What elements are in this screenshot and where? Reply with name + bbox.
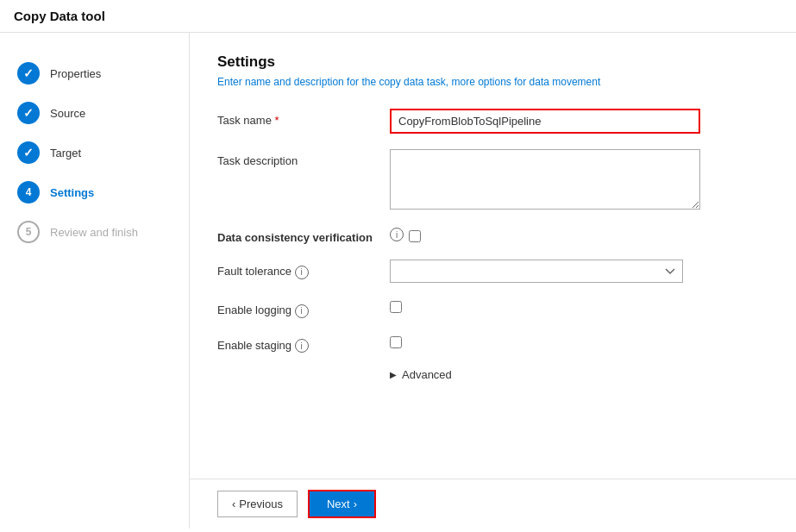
enable-staging-control [390,334,768,351]
fault-tolerance-row: Fault tolerance i None Skip incompatible… [217,260,768,283]
task-name-label: Task name * [217,109,390,127]
title-bar: Copy Data tool [0,0,796,33]
fault-tolerance-info-icon[interactable]: i [295,266,309,279]
enable-staging-label: Enable staging i [217,334,390,354]
enable-staging-row: Enable staging i [217,334,768,354]
fault-tolerance-control: None Skip incompatible row [390,260,768,283]
enable-logging-control [390,298,768,316]
next-button-label: Next [327,498,350,510]
enable-staging-checkbox[interactable] [390,336,402,348]
step-circle-properties: ✓ [17,62,40,84]
previous-arrow-icon: ‹ [232,498,235,510]
task-description-label: Task description [217,149,390,167]
enable-logging-row: Enable logging i [217,298,768,318]
app-title: Copy Data tool [14,9,105,23]
sidebar-item-source[interactable]: ✓ Source [0,93,189,133]
fault-tolerance-label: Fault tolerance i [217,260,390,279]
data-consistency-checkbox[interactable] [409,230,421,242]
sidebar-item-settings[interactable]: 4 Settings [0,172,189,212]
enable-staging-info-icon[interactable]: i [295,339,309,353]
task-description-control [390,149,768,212]
step-number-settings: 4 [26,186,32,198]
advanced-label: Advanced [402,368,452,381]
sidebar-item-review[interactable]: 5 Review and finish [0,212,189,252]
step-label-source: Source [50,107,85,120]
data-consistency-info-icon[interactable]: i [390,228,404,241]
step-circle-settings: 4 [17,181,40,203]
task-name-input[interactable] [390,109,700,134]
enable-logging-label: Enable logging i [217,298,390,318]
required-marker: * [275,114,279,127]
fault-tolerance-select[interactable]: None Skip incompatible row [390,260,683,283]
section-subtitle: Enter name and description for the copy … [217,76,768,88]
section-title: Settings [217,53,768,71]
data-consistency-label: Data consistency verification [217,228,390,244]
step-circle-target: ✓ [17,141,40,164]
content-area: Settings Enter name and description for … [190,33,796,529]
advanced-section[interactable]: ▶ Advanced [390,368,768,381]
sidebar: ✓ Properties ✓ Source ✓ Target 4 Setting… [0,33,190,529]
content-footer: ‹ Previous Next › [190,479,796,529]
step-label-properties: Properties [50,67,101,80]
step-circle-review: 5 [17,221,40,243]
sidebar-item-properties[interactable]: ✓ Properties [0,53,189,93]
step-number-review: 5 [26,226,32,238]
step-label-review: Review and finish [50,226,138,239]
task-description-row: Task description [217,149,768,212]
next-arrow-icon: › [354,498,357,510]
step-circle-source: ✓ [17,102,40,124]
previous-button[interactable]: ‹ Previous [217,491,298,517]
data-consistency-control: i [390,228,421,242]
next-button[interactable]: Next › [308,490,376,518]
content-body: Settings Enter name and description for … [190,33,796,479]
previous-button-label: Previous [239,498,283,510]
step-label-settings: Settings [50,186,94,199]
checkmark-icon: ✓ [23,66,34,80]
advanced-arrow-icon: ▶ [390,370,397,379]
enable-logging-checkbox[interactable] [390,301,402,313]
sidebar-item-target[interactable]: ✓ Target [0,133,189,172]
task-name-control [390,109,768,134]
task-name-row: Task name * [217,109,768,134]
task-description-textarea[interactable] [390,149,700,210]
data-consistency-row: Data consistency verification i [217,228,768,244]
enable-logging-info-icon[interactable]: i [295,304,309,318]
step-label-target: Target [50,147,81,160]
checkmark-icon-target: ✓ [23,146,34,160]
checkmark-icon-source: ✓ [23,106,34,120]
